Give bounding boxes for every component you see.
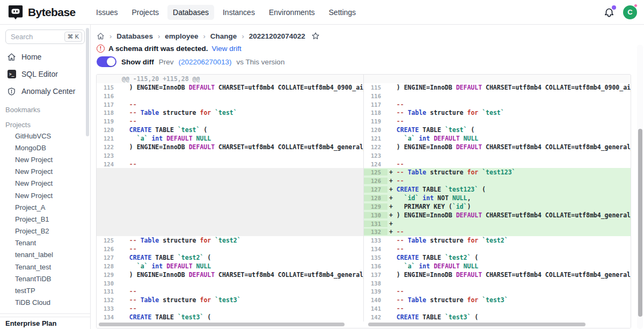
code-line: + PRIMARY KEY (`id`) <box>387 203 631 210</box>
code-line: -- <box>387 288 631 295</box>
sidebar-item-project[interactable]: New Project <box>0 189 90 201</box>
code-token: int <box>419 262 430 270</box>
line-number: 127 <box>97 254 120 261</box>
line-number: 116 <box>97 93 120 99</box>
diff-row: 129 ) ENGINE=InnoDB DEFAULT CHARSET=utf8… <box>97 270 363 279</box>
line-number: 123 <box>97 152 120 159</box>
code-token: `test` <box>215 109 237 116</box>
code-token: ) ENGINE=InnoDB <box>122 143 189 151</box>
code-token <box>389 237 397 244</box>
code-token: Table <box>408 237 427 244</box>
nav-item-settings[interactable]: Settings <box>324 5 362 20</box>
code-token: NULL <box>464 262 479 270</box>
project-list: GitHubVCSMongoDBNew ProjectNew ProjectNe… <box>0 130 90 309</box>
sidebar-item-project[interactable]: Project_A <box>0 201 90 213</box>
sidebar-item-project[interactable]: TenantTiDB <box>0 273 90 284</box>
sidebar-item-project[interactable]: Project_B2 <box>0 225 90 237</box>
diff-row: 115 ) ENGINE=InnoDB DEFAULT CHARSET=utf8… <box>97 83 363 92</box>
code-token: `a` <box>404 135 415 142</box>
breadcrumb-separator: › <box>158 32 160 40</box>
nav-item-databases[interactable]: Databases <box>167 5 214 20</box>
search-box[interactable]: ⌘ K <box>5 30 85 44</box>
line-number: 130 <box>364 212 387 218</box>
code-token: -- <box>129 296 137 304</box>
breadcrumb-item[interactable]: employee <box>165 32 198 40</box>
prev-label: Prev <box>159 58 174 66</box>
code-token: int <box>422 194 434 202</box>
nav-item-projects[interactable]: Projects <box>126 5 164 20</box>
code-line: -- <box>387 305 631 312</box>
sidebar-section-projects[interactable]: Projects <box>0 120 90 130</box>
drift-message: A schema drift was detected. <box>108 45 208 53</box>
avatar[interactable]: C <box>623 5 637 19</box>
view-drift-link[interactable]: View drift <box>212 45 241 53</box>
nav-item-environments[interactable]: Environments <box>264 5 320 20</box>
diff-row: 131+ <box>364 220 631 228</box>
avatar-initial: C <box>627 8 632 16</box>
code-line: ) ENGINE=InnoDB DEFAULT CHARSET=utf8mb4 … <box>120 84 363 91</box>
code-token: DEFAULT <box>189 143 215 151</box>
code-token: CHARSET=utf8mb4 COLLATE=utf8mb4_0900_ai_… <box>215 84 363 91</box>
diff-row: 138 <box>364 279 631 288</box>
code-token: for <box>200 109 211 116</box>
filler-row <box>97 177 363 185</box>
sidebar-item-project[interactable]: New Project <box>0 166 90 178</box>
prev-version-link[interactable]: (202206270013) <box>179 58 232 66</box>
sidebar-item-project[interactable]: Tenant_test <box>0 261 90 273</box>
sidebar-item-project[interactable]: tenant_label <box>0 249 90 261</box>
search-shortcut-badge: ⌘ K <box>64 32 82 42</box>
code-token: CREATE <box>397 313 419 321</box>
sidebar-item-project[interactable]: New Project <box>0 153 90 165</box>
diff-row: 117 -- <box>97 100 363 109</box>
show-diff-toggle[interactable] <box>97 56 116 67</box>
code-token: `a` <box>137 262 148 270</box>
nav-item-instances[interactable]: Instances <box>217 5 260 20</box>
breadcrumb-home-icon[interactable] <box>97 32 105 40</box>
code-line: + -- <box>387 228 631 236</box>
diff-panel: @@ -115,20 +115,28 @@115 ) ENGINE=InnoDB… <box>96 74 631 328</box>
sidebar-item-project[interactable]: New Project <box>0 178 90 189</box>
code-token: -- <box>397 109 404 116</box>
sidebar-item-project[interactable]: TiDB Cloud <box>0 297 90 309</box>
code-token: `a` <box>404 262 415 270</box>
code-line: `a` int DEFAULT NULL <box>387 135 631 142</box>
right-pane-hscroll-thumb[interactable] <box>368 323 586 326</box>
code-token: + <box>389 177 397 185</box>
left-pane-hscroll-thumb[interactable] <box>99 323 345 326</box>
breadcrumb-separator: › <box>109 32 112 40</box>
code-token: CHARSET=utf8mb4 COLLATE=utf8mb4_general_… <box>482 271 631 279</box>
sidebar-item-project[interactable]: Project_B1 <box>0 213 90 225</box>
code-token: `test3` <box>482 296 508 304</box>
breadcrumb-item[interactable]: Change <box>210 32 237 40</box>
sidebar-item-sql-editor[interactable]: >_ SQL Editor <box>0 65 90 83</box>
line-number: 133 <box>97 305 120 312</box>
page-scrollbar-thumb[interactable] <box>638 129 642 317</box>
sidebar-item-project[interactable]: GitHubVCS <box>0 130 90 142</box>
code-token: ) ENGINE=InnoDB <box>122 271 189 279</box>
vs-label: vs This version <box>237 58 285 66</box>
code-token: CHARSET=utf8mb4 COLLATE=utf8mb4_general_… <box>215 271 363 279</box>
sidebar-item-anomaly-center[interactable]: Anomaly Center <box>0 83 90 100</box>
notification-bell-button[interactable] <box>603 6 615 18</box>
code-token: ) ENGINE=InnoDB <box>389 143 456 151</box>
breadcrumb-item[interactable]: Databases <box>116 32 153 40</box>
code-token: Table <box>141 237 159 244</box>
sidebar-section-bookmarks[interactable]: Bookmarks <box>0 105 90 115</box>
search-input[interactable] <box>11 33 64 41</box>
star-icon[interactable] <box>311 32 320 40</box>
diff-row: 120 CREATE TABLE `test` ( <box>364 126 631 134</box>
nav-item-issues[interactable]: Issues <box>91 5 123 20</box>
sidebar-item-project[interactable]: testTP <box>0 284 90 296</box>
diff-row: 142 CREATE TABLE `test3` ( <box>364 313 631 321</box>
sidebar-item-project[interactable]: MongoDB <box>0 142 90 153</box>
code-line: + `id` int NOT NULL, <box>387 194 631 202</box>
sidebar-scrollbar-thumb[interactable] <box>86 28 89 136</box>
bytebase-logo[interactable]: Bytebase <box>0 4 87 20</box>
line-number: 142 <box>364 314 387 320</box>
line-number: 127 <box>364 186 387 193</box>
sidebar-item-home[interactable]: Home <box>0 48 90 65</box>
sidebar-item-project[interactable]: Tenant <box>0 237 90 249</box>
diff-pane-previous: @@ -115,20 +115,28 @@115 ) ENGINE=InnoDB… <box>97 75 364 321</box>
breadcrumb-item[interactable]: 20221202074022 <box>249 32 305 40</box>
diff-row: 131 -- <box>97 287 363 296</box>
